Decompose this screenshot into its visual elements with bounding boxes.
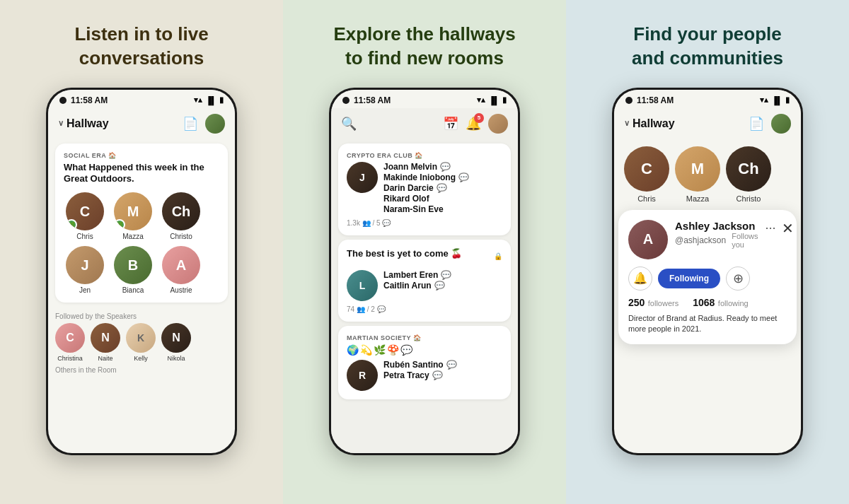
crypto-avatar-1: J	[347, 162, 378, 193]
status-bar-2: 11:58 AM ▾▴ ▐▌ ▮	[331, 90, 518, 108]
wifi-icon-2: ▾▴	[477, 95, 485, 105]
speaker-chris[interactable]: C 🌿 Chris	[64, 192, 106, 240]
speaker-name-austrie: Austrie	[170, 286, 192, 294]
notifications-badge: 5	[474, 113, 484, 123]
doc-icon-3[interactable]: 📄	[749, 116, 764, 131]
speaker3-name-chris: Chris	[637, 194, 656, 203]
speaker3-mazza[interactable]: M Mazza	[675, 146, 720, 203]
speaker-bianca[interactable]: B Bianca	[112, 246, 154, 294]
follower-name-christina: Christina	[57, 355, 83, 362]
crypto-club-label: CRYPTO ERA CLUB 🏠	[347, 152, 502, 159]
speakers-row-2: J Jen B Bianca A Austrie	[64, 246, 219, 294]
room-card-best[interactable]: The best is yet to come 🍒 🔒 L Lambert Er…	[338, 240, 511, 322]
speaker-mazza[interactable]: M 🌿 Mazza	[112, 192, 154, 240]
chevron-icon: ∨	[58, 119, 64, 128]
follower-avatar-kelly: K	[126, 323, 156, 353]
speaker-christo[interactable]: Ch Christo	[160, 192, 202, 240]
speaker-name-chris: Chris	[76, 233, 93, 240]
calendar-icon[interactable]: 📅	[443, 116, 458, 131]
status-bar-3: 11:58 AM ▾▴ ▐▌ ▮	[614, 90, 801, 108]
app2-header: 🔍 📅 🔔 5	[331, 108, 518, 139]
best-title: The best is yet to come 🍒	[347, 248, 462, 259]
popup-actions: ··· ✕	[766, 220, 794, 237]
room-card-crypto[interactable]: CRYPTO ERA CLUB 🏠 J Joann Melvin 💬 Makin…	[338, 143, 511, 235]
notifications-wrapper[interactable]: 🔔 5	[466, 116, 481, 131]
best-header: The best is yet to come 🍒 🔒	[347, 248, 502, 264]
popup-stats: 250 followers 1068 following	[628, 296, 787, 309]
speaker-austrie[interactable]: A Austrie	[160, 246, 202, 294]
battery-icon-1: ▮	[219, 95, 224, 105]
popup-header: A Ashley Jackson @ashjackson Follows you…	[628, 220, 787, 259]
martian-club-label: MARTIAN SOCIETY 🏠	[347, 334, 502, 341]
hallway-text: Hallway	[67, 117, 109, 130]
speaker-avatar-mazza: M 🌿	[114, 192, 152, 230]
hallway-nav[interactable]: ∨ Hallway	[58, 117, 109, 130]
user-avatar-1[interactable]	[205, 114, 225, 134]
speaker3-avatar-mazza: M	[675, 146, 720, 192]
crypto-info: Joann Melvin 💬 Makinde Iniobong 💬 Darin …	[383, 162, 502, 215]
speaker-name-bianca: Bianca	[122, 286, 144, 294]
panel-live-conversations: Listen in to live conversations 11:58 AM…	[0, 0, 283, 504]
speaker3-avatar-chris: C	[624, 146, 669, 192]
follower-avatar-christina: C	[55, 323, 85, 353]
signal-icon-1: ▐▌	[205, 96, 216, 105]
doc-icon-1[interactable]: 📄	[183, 116, 198, 131]
follower-kelly[interactable]: K Kelly	[126, 323, 156, 362]
popup-buttons: 🔔 Following ⊕	[628, 266, 787, 291]
speaker-jen[interactable]: J Jen	[64, 246, 106, 294]
speaker-badge-mazza: 🌿	[114, 219, 125, 230]
best-stats: 74 👥 / 2 💬	[347, 305, 502, 313]
popup-identity: Ashley Jackson @ashjackson Follows you	[675, 220, 758, 249]
following-button[interactable]: Following	[658, 269, 720, 288]
wifi-icon-3: ▾▴	[760, 95, 768, 105]
followers-row: C Christina N Naite K Kelly N Nikola	[48, 323, 235, 362]
panel1-title: Listen in to live conversations	[50, 23, 233, 71]
following-count: 1068	[693, 297, 715, 308]
best-name-2: Caitlin Arun 💬	[383, 281, 502, 291]
room-card-1[interactable]: SOCIAL ERA 🏠 What Happened this week in …	[55, 143, 228, 303]
signal-icon-2: ▐▌	[488, 96, 499, 105]
crypto-name-3: Darin Darcie 💬	[383, 183, 502, 193]
best-speakers: L Lambert Eren 💬 Caitlin Arun 💬	[347, 270, 502, 301]
time-2: 11:58 AM	[354, 95, 391, 105]
follower-christina[interactable]: C Christina	[55, 323, 85, 362]
best-avatar-1: L	[347, 270, 378, 301]
camera-dot-3	[625, 97, 633, 104]
follower-avatar-nikola: N	[161, 323, 191, 353]
bell-button[interactable]: 🔔	[628, 266, 652, 291]
martian-name-2: Petra Tracy 💬	[383, 370, 502, 380]
crypto-name-1: Joann Melvin 💬	[383, 162, 502, 172]
martian-emojis: 🌍 💫 🌿 🍄 💬	[347, 344, 502, 356]
battery-icon-2: ▮	[502, 95, 507, 105]
app2-scroll[interactable]: CRYPTO ERA CLUB 🏠 J Joann Melvin 💬 Makin…	[331, 139, 518, 453]
user-avatar-3[interactable]	[771, 114, 791, 134]
close-icon[interactable]: ✕	[782, 220, 794, 237]
user-avatar-2[interactable]	[488, 114, 508, 134]
face-jen: J	[66, 246, 104, 284]
best-name-1: Lambert Eren 💬	[383, 270, 502, 280]
room-card-martian[interactable]: MARTIAN SOCIETY 🏠 🌍 💫 🌿 🍄 💬 R Rubén Sant…	[338, 326, 511, 399]
follower-name-kelly: Kelly	[134, 355, 148, 362]
search-icon[interactable]: 🔍	[341, 116, 357, 131]
popup-avatar: A	[628, 220, 668, 259]
speaker3-name-christo: Christo	[737, 194, 761, 203]
speaker-name-christo: Christo	[170, 233, 192, 240]
speaker3-christo[interactable]: Ch Christo	[726, 146, 771, 203]
speaker-avatar-christo: Ch	[162, 192, 200, 230]
martian-avatar-1: R	[347, 360, 378, 391]
speaker3-chris[interactable]: C Chris	[624, 146, 669, 203]
following-stat: 1068 following	[693, 296, 748, 309]
hallway-nav-3[interactable]: ∨ Hallway	[624, 117, 675, 130]
speakers-row-3: C Chris M Mazza Ch Christo	[614, 139, 801, 210]
popup-name: Ashley Jackson	[675, 220, 758, 232]
best-info: Lambert Eren 💬 Caitlin Arun 💬	[383, 270, 502, 301]
add-person-button[interactable]: ⊕	[726, 266, 750, 291]
followed-label: Followed by the Speakers	[48, 307, 235, 323]
camera-dot-2	[342, 97, 350, 104]
follower-nikola[interactable]: N Nikola	[161, 323, 191, 362]
phone-1: 11:58 AM ▾▴ ▐▌ ▮ ∨ Hallway 📄	[46, 88, 237, 455]
more-options-icon[interactable]: ···	[766, 221, 776, 235]
popup-handle: @ashjackson	[675, 235, 726, 245]
follower-naite[interactable]: N Naite	[91, 323, 120, 362]
profile-popup[interactable]: A Ashley Jackson @ashjackson Follows you…	[618, 210, 797, 345]
